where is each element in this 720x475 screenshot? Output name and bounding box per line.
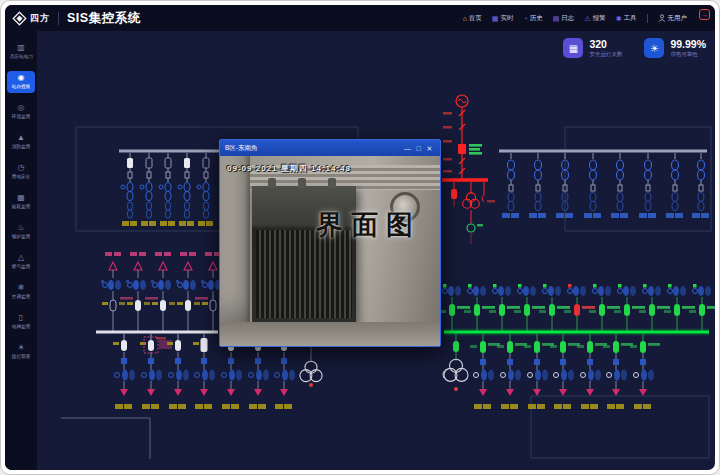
header-bar: 四方 SIS集控系统 ⌂首页▦实时◔历史▤日志⚠报警✱工具无用户→ <box>5 5 715 31</box>
nav-item-label: 日志 <box>561 15 574 22</box>
sidebar-item-label: 站内视频 <box>12 84 30 89</box>
alarm-bell-icon: ⚠ <box>584 15 590 22</box>
fire-icon: ▲ <box>17 134 25 142</box>
nav-item-log[interactable]: ▤日志 <box>553 15 575 22</box>
user-menu[interactable]: 无用户 <box>658 14 688 23</box>
sidebar-item-hvac[interactable]: ❄空调监测 <box>7 281 35 303</box>
streetlight-icon: ☀ <box>17 344 24 352</box>
video-left-wall <box>220 156 250 346</box>
nav-item-label: 首页 <box>469 15 482 22</box>
sidebar-item-gas[interactable]: △燃气监测 <box>7 251 35 273</box>
maximize-button[interactable]: □ <box>413 145 424 152</box>
transformer-radiator-fins <box>256 230 352 318</box>
top-left-feeder-group <box>119 151 219 226</box>
elevator-icon: ▯ <box>19 314 23 322</box>
popup-title-bar[interactable]: B区-东南角 —□✕ <box>220 140 440 156</box>
sidebar-item-label: 用电安全 <box>12 174 30 179</box>
stats-cards: ▦320安全运行天数☀99.99%供电可靠性 <box>563 38 706 58</box>
sidebar-item-label: 消防监测 <box>12 144 30 149</box>
history-icon: ◔ <box>523 15 527 22</box>
sidebar-item-hv-substation[interactable]: ▥高压站电力 <box>7 41 35 63</box>
transformer-bushing <box>328 178 336 188</box>
log-icon: ▤ <box>553 15 560 22</box>
top-right-feeder-group <box>499 151 709 218</box>
sidebar-item-label: 燃气监测 <box>12 264 30 269</box>
user-icon <box>658 14 666 23</box>
exit-icon[interactable]: → <box>699 9 710 20</box>
app-title: SIS集控系统 <box>67 10 141 27</box>
nav-item-history[interactable]: ◔历史 <box>523 15 542 22</box>
sifang-logo-icon <box>12 11 27 26</box>
transformer-bushing <box>298 178 306 188</box>
incoming-source-feeder <box>442 95 495 244</box>
hvac-icon: ❄ <box>18 284 25 292</box>
nav-item-alarm-bell[interactable]: ⚠报警 <box>584 15 605 22</box>
energy-icon: ▦ <box>17 194 25 202</box>
sidebar-item-elevator[interactable]: ▯电梯监测 <box>7 311 35 333</box>
sidebar-item-streetlight[interactable]: ☀路灯管理 <box>7 341 35 363</box>
stat-label: 供电可靠性 <box>670 51 706 58</box>
nav-item-tools[interactable]: ✱工具 <box>616 15 637 22</box>
sidebar-item-energy[interactable]: ▦能耗监测 <box>7 191 35 213</box>
app-root: 四方 SIS集控系统 ⌂首页▦实时◔历史▤日志⚠报警✱工具无用户→ ▥高压站电力… <box>5 5 715 470</box>
minimize-button[interactable]: — <box>402 145 413 152</box>
right-lower-feeder-row <box>443 334 660 409</box>
stat-label: 安全运行天数 <box>589 51 622 58</box>
logo-text: 四方 <box>30 12 50 25</box>
stat-card: ▦320安全运行天数 <box>563 38 622 58</box>
nav-item-realtime[interactable]: ▦实时 <box>492 15 514 22</box>
sidebar-item-boiler[interactable]: ♨锅炉监测 <box>7 221 35 243</box>
reliability-icon: ☀ <box>644 38 664 58</box>
stat-card: ☀99.99%供电可靠性 <box>644 38 706 58</box>
header-divider <box>58 12 59 25</box>
user-label: 无用户 <box>668 15 688 22</box>
nav-item-label: 报警 <box>593 15 606 22</box>
mid-left-feeder-row <box>96 252 225 332</box>
video-floor <box>220 322 440 346</box>
sidebar-item-label: 空调监测 <box>12 294 30 299</box>
sidebar: ▥高压站电力◉站内视频◎环境监测▲消防监测◷用电安全▦能耗监测♨锅炉监测△燃气监… <box>5 31 37 470</box>
sidebar-item-label: 路灯管理 <box>12 354 30 359</box>
sidebar-item-environment[interactable]: ◎环境监测 <box>7 101 35 123</box>
power-safety-icon: ◷ <box>18 164 25 172</box>
video-popup-window[interactable]: B区-东南角 —□✕ 09-09 2021 星期四 14:14:48 <box>219 139 441 347</box>
hv-substation-icon: ▥ <box>17 44 25 52</box>
sidebar-item-label: 环境监测 <box>12 114 30 119</box>
realtime-icon: ▦ <box>492 15 499 22</box>
stat-value: 99.99% <box>670 38 706 51</box>
nav-item-home[interactable]: ⌂首页 <box>463 15 482 22</box>
nav-item-label: 历史 <box>530 15 543 22</box>
sidebar-item-label: 高压站电力 <box>10 54 33 59</box>
watermark-text: 界面图 <box>316 207 421 243</box>
video-timestamp-overlay: 09-09 2021 星期四 14:14:48 <box>227 165 437 173</box>
sidebar-item-camera[interactable]: ◉站内视频 <box>7 71 35 93</box>
sidebar-item-label: 能耗监测 <box>12 204 30 209</box>
nav-separator <box>647 14 648 23</box>
camera-video-feed: 09-09 2021 星期四 14:14:48 <box>220 156 440 346</box>
nav-item-label: 实时 <box>500 15 513 22</box>
home-icon: ⌂ <box>463 15 467 22</box>
transformer-bushing <box>268 178 276 188</box>
gas-icon: △ <box>18 254 24 262</box>
camera-icon: ◉ <box>18 74 25 82</box>
app-window: 四方 SIS集控系统 ⌂首页▦实时◔历史▤日志⚠报警✱工具无用户→ ▥高压站电力… <box>0 0 720 475</box>
sidebar-item-label: 电梯监测 <box>12 324 30 329</box>
top-nav: ⌂首页▦实时◔历史▤日志⚠报警✱工具无用户→ <box>463 5 710 31</box>
right-upper-feeder-row <box>439 284 715 332</box>
sidebar-item-label: 锅炉监测 <box>12 234 30 239</box>
boiler-icon: ♨ <box>17 224 24 232</box>
nav-item-label: 工具 <box>624 15 637 22</box>
close-button[interactable]: ✕ <box>424 145 435 152</box>
tools-icon: ✱ <box>616 15 622 22</box>
popup-title: B区-东南角 <box>225 145 402 152</box>
safe-days-icon: ▦ <box>563 38 583 58</box>
stat-value: 320 <box>589 38 622 51</box>
window-controls: —□✕ <box>402 145 435 152</box>
sidebar-item-fire[interactable]: ▲消防监测 <box>7 131 35 153</box>
environment-icon: ◎ <box>18 104 25 112</box>
sidebar-item-power-safety[interactable]: ◷用电安全 <box>7 161 35 183</box>
